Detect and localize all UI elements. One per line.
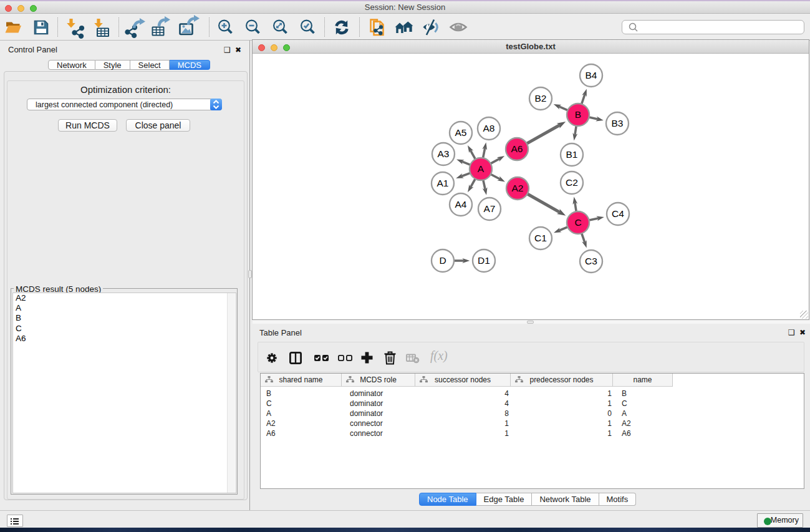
svg-text:C1: C1 bbox=[534, 233, 547, 243]
svg-text:B2: B2 bbox=[535, 93, 547, 104]
svg-text:C2: C2 bbox=[566, 177, 578, 188]
svg-text:C: C bbox=[574, 217, 581, 228]
svg-text:A5: A5 bbox=[455, 127, 467, 138]
svg-text:A1: A1 bbox=[437, 178, 449, 188]
svg-text:A4: A4 bbox=[455, 199, 467, 210]
svg-text:B3: B3 bbox=[612, 118, 624, 128]
svg-text:B: B bbox=[575, 109, 581, 120]
svg-text:C4: C4 bbox=[612, 208, 624, 219]
svg-text:A2: A2 bbox=[512, 183, 524, 193]
svg-text:B1: B1 bbox=[566, 149, 578, 160]
svg-text:D: D bbox=[439, 255, 446, 266]
svg-text:D1: D1 bbox=[478, 255, 490, 266]
svg-text:C3: C3 bbox=[585, 256, 597, 266]
svg-text:B4: B4 bbox=[586, 70, 597, 80]
svg-text:A6: A6 bbox=[511, 143, 523, 154]
svg-text:A8: A8 bbox=[483, 123, 495, 133]
svg-text:A: A bbox=[478, 163, 485, 174]
svg-text:A7: A7 bbox=[484, 203, 496, 214]
svg-text:A3: A3 bbox=[438, 148, 450, 159]
